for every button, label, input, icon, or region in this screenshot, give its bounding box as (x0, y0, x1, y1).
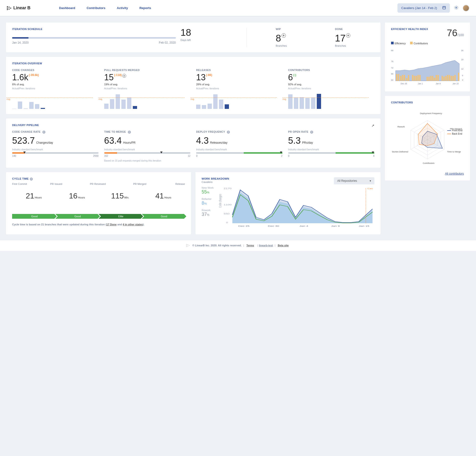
svg-point-1 (7, 7, 8, 8)
logo[interactable]: Linear B (7, 6, 30, 10)
delivery-pipeline-title: DELIVERY PIPELINE (12, 124, 374, 126)
svg-point-89 (189, 245, 189, 246)
iter-end-date: Feb 02, 2020 (159, 41, 176, 44)
cycle-other-link[interactable]: 4 in other states (123, 223, 143, 226)
cycle-time-card: CYCLE TIMEi First Commit PR Issued PR Re… (6, 172, 191, 235)
svg-text:Jan 8: Jan 8 (435, 82, 441, 85)
repo-select[interactable]: All Repositories ▾ (334, 177, 374, 184)
svg-rect-41 (414, 76, 415, 81)
svg-point-2 (7, 9, 8, 10)
calendar-icon (442, 6, 446, 10)
svg-text:Stories Delivered: Stories Delivered (392, 150, 408, 153)
svg-text:Time to Merge: Time to Merge (447, 150, 461, 153)
svg-text:Code changes: Code changes (218, 194, 222, 208)
svg-rect-42 (416, 76, 417, 81)
svg-rect-35 (400, 76, 401, 81)
svg-rect-58 (452, 76, 454, 81)
svg-rect-34 (398, 74, 399, 81)
gear-icon[interactable] (454, 6, 458, 10)
svg-text:Jan 4: Jan 4 (299, 225, 308, 227)
svg-point-88 (187, 246, 188, 246)
logo-icon (7, 6, 12, 10)
svg-text:Contributors: Contributors (423, 162, 434, 164)
pipeline-metric: DEPLOY FREQUENCY i 4.3Releases/day Indus… (196, 130, 282, 162)
svg-point-10 (456, 7, 457, 8)
ehi-score: 76/100 (447, 28, 464, 38)
svg-text:Rework: Rework (398, 126, 405, 128)
svg-rect-48 (432, 76, 434, 81)
work-breakdown-card: WORK BREAKDOWN Cavaliers All Repositorie… (195, 172, 381, 235)
info-icon[interactable]: i (30, 177, 33, 181)
overview-metric: RELEASES 13(-86) 28% of avg. Actual/Prev… (196, 69, 282, 109)
svg-text:26: 26 (461, 49, 464, 52)
svg-text:2170: 2170 (223, 187, 231, 190)
footer-terms-link[interactable]: Terms (246, 244, 254, 247)
svg-point-87 (187, 244, 188, 245)
svg-point-0 (7, 6, 8, 7)
svg-text:Cav: Cav (367, 187, 373, 190)
svg-rect-36 (402, 75, 403, 81)
cycle-done-link[interactable]: 17 Done (106, 223, 117, 226)
svg-text:89: 89 (391, 49, 393, 52)
expand-icon[interactable]: ↗ (372, 124, 374, 127)
svg-rect-50 (435, 75, 437, 81)
svg-rect-55 (447, 75, 448, 81)
svg-text:Dec 30: Dec 30 (268, 225, 279, 227)
iteration-overview-card: ITERATION OVERVIEW CODE CHANGES 1.6k(-39… (6, 56, 381, 114)
overview-metric: CODE CHANGES 1.6k(-39.6k) 6% of avg. Act… (12, 69, 99, 109)
svg-rect-6 (443, 6, 446, 9)
cycle-time-title: CYCLE TIMEi (12, 177, 185, 181)
svg-rect-39 (408, 75, 409, 81)
nav-contributors[interactable]: Contributors (87, 6, 105, 10)
svg-text:6: 6 (462, 74, 463, 77)
nav-activity[interactable]: Activity (117, 6, 128, 10)
svg-text:Jan 9: Jan 9 (331, 225, 340, 227)
top-header: Linear B Dashboard Contributors Activity… (0, 0, 476, 17)
pipeline-metric: CODE CHANGE RATE i 523.7Changes/day Indu… (12, 130, 99, 162)
pipeline-metric: PR OPEN RATE i 5.3PRs/day Industry stand… (288, 130, 375, 162)
svg-text:78: 78 (391, 60, 393, 63)
svg-text:12: 12 (461, 68, 464, 70)
svg-marker-77 (418, 123, 437, 146)
nav-dashboard[interactable]: Dashboard (59, 6, 75, 10)
svg-text:Dec 25: Dec 25 (400, 82, 407, 85)
svg-rect-52 (442, 76, 443, 81)
plus-icon[interactable]: + (281, 33, 286, 38)
iteration-schedule-card: ITERATION SCHEDULE Jan 14, 2020 Feb 02, … (6, 22, 381, 53)
svg-text:0: 0 (462, 79, 463, 81)
overview-metric: CONTRIBUTORS 6(-) 92% of avg. Actual/Pre… (288, 69, 375, 109)
svg-rect-43 (417, 75, 419, 81)
date-range-picker[interactable]: Cavaliers (Jan 14 - Feb 2) (398, 3, 450, 13)
iteration-schedule-title: ITERATION SCHEDULE (12, 28, 176, 30)
days-left-label: Days left (181, 39, 242, 42)
efficiency-card: EFFICIENCY HEALTH INDEX 76/100 Efficienc… (385, 22, 470, 92)
svg-point-84 (186, 244, 187, 245)
svg-point-3 (8, 6, 9, 7)
iter-start-date: Jan 14, 2020 (12, 41, 29, 44)
svg-text:Deployment Frequency: Deployment Frequency (420, 112, 442, 114)
footer-beta-link[interactable]: Beta site (278, 244, 289, 247)
avatar[interactable] (463, 5, 469, 11)
svg-rect-51 (437, 75, 439, 81)
done-label: DONE (335, 28, 350, 30)
wip-value: 8+ (276, 33, 287, 43)
svg-text:66: 66 (391, 73, 393, 75)
all-contributors-link[interactable]: All contributors (391, 172, 464, 175)
footer: © LinearB Inc. 2020. All rights reserved… (0, 240, 476, 251)
svg-rect-56 (449, 75, 450, 81)
plus-icon[interactable]: + (346, 33, 350, 38)
nav-reports[interactable]: Reports (139, 6, 151, 10)
svg-text:Jan 15: Jan 15 (359, 225, 369, 227)
svg-rect-57 (451, 76, 452, 81)
done-value: 17+ (335, 33, 350, 43)
main-nav: Dashboard Contributors Activity Reports (59, 6, 151, 10)
svg-rect-47 (430, 76, 432, 81)
svg-text:Jan 15: Jan 15 (452, 82, 459, 85)
svg-rect-54 (445, 76, 447, 81)
cycle-time-note: Cycle time is based on 21 branches that … (12, 223, 185, 226)
svg-point-86 (186, 246, 187, 247)
svg-rect-44 (419, 75, 421, 81)
svg-rect-37 (404, 75, 405, 81)
svg-text:550: 550 (223, 212, 230, 215)
svg-text:0: 0 (226, 221, 228, 224)
